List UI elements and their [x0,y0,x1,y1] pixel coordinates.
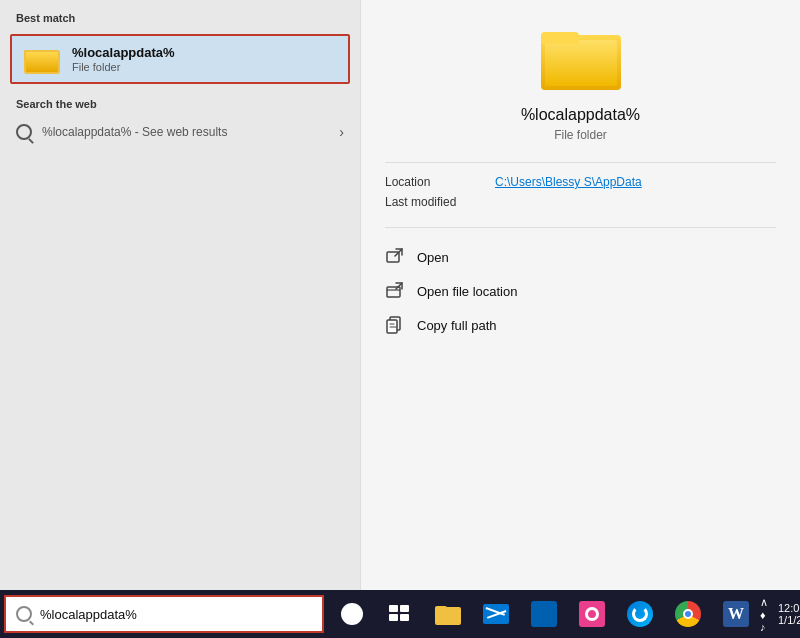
action-open-file-location[interactable]: Open file location [385,274,776,308]
edge-button[interactable] [618,590,662,638]
divider-1 [385,162,776,163]
folder-icon [24,44,60,74]
action-open-file-location-label: Open file location [417,284,517,299]
chrome-button[interactable] [666,590,710,638]
search-icon [16,124,32,140]
svg-rect-4 [389,605,398,612]
file-explorer-button[interactable] [426,590,470,638]
taskbar-search-bar[interactable] [4,595,324,633]
svg-rect-1 [387,287,400,297]
action-open-label: Open [417,250,449,265]
word-button[interactable]: W [714,590,758,638]
best-match-item[interactable]: %localappdata% File folder [10,34,350,84]
chevron-right-icon: › [339,124,344,140]
big-folder-icon [541,20,621,90]
taskbar-search-icon [16,606,32,622]
left-panel-spacer [0,148,360,590]
copy-icon [385,315,405,335]
best-match-item-name: %localappdata% [72,45,175,60]
task-view-button[interactable] [378,590,422,638]
best-match-label: Best match [0,0,360,30]
best-match-item-type: File folder [72,61,175,73]
web-search-item[interactable]: %localappdata% - See web results › [0,116,360,148]
preview-icon-area [385,20,776,90]
app-icon-1[interactable] [522,590,566,638]
open-icon [385,247,405,267]
left-panel: Best match %localappdata% File folder Se… [0,0,360,590]
taskbar: W ∧ ♦ ♪ 12:001/1/2024 □ [0,590,800,638]
taskbar-right: ∧ ♦ ♪ 12:001/1/2024 □ [760,596,800,633]
action-open[interactable]: Open [385,240,776,274]
web-search-label: Search the web [0,88,360,116]
cortana-button[interactable] [330,590,374,638]
last-modified-label: Last modified [385,195,475,209]
action-copy-full-path[interactable]: Copy full path [385,308,776,342]
action-copy-full-path-label: Copy full path [417,318,497,333]
clock: 12:001/1/2024 [778,602,800,626]
divider-2 [385,227,776,228]
location-row: Location C:\Users\Blessy S\AppData [385,175,776,189]
svg-rect-5 [400,605,409,612]
system-tray: ∧ ♦ ♪ [760,596,768,633]
preview-subtitle: File folder [385,128,776,142]
location-label: Location [385,175,475,189]
svg-rect-7 [400,614,409,621]
svg-rect-6 [389,614,398,621]
taskbar-search-input[interactable] [40,607,312,622]
location-icon [385,281,405,301]
last-modified-row: Last modified [385,195,776,209]
mail-button[interactable] [474,590,518,638]
web-search-text: %localappdata% - See web results [42,125,329,139]
taskbar-icons: W [330,590,758,638]
app-icon-2[interactable] [570,590,614,638]
preview-title: %localappdata% [385,106,776,124]
location-value[interactable]: C:\Users\Blessy S\AppData [495,175,642,189]
start-menu: Best match %localappdata% File folder Se… [0,0,800,590]
right-panel: %localappdata% File folder Location C:\U… [360,0,800,590]
